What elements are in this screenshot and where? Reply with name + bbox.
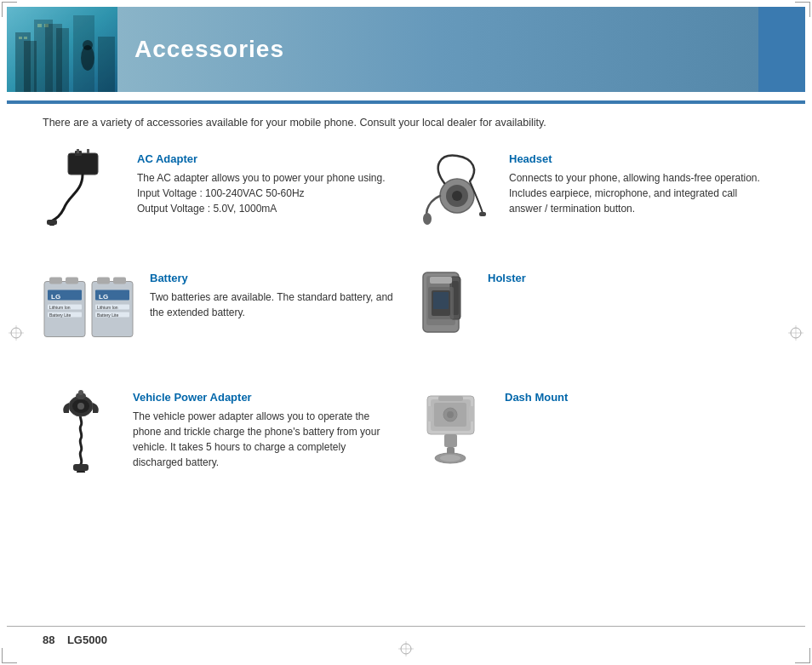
svg-rect-72 — [438, 396, 463, 401]
svg-rect-34 — [49, 278, 62, 284]
svg-rect-32 — [479, 212, 486, 216]
svg-rect-55 — [430, 277, 452, 284]
svg-rect-71 — [469, 406, 474, 421]
crop-mark-br — [795, 648, 810, 663]
svg-point-76 — [440, 455, 460, 461]
intro-paragraph: There are a variety of accessories avail… — [43, 115, 769, 131]
svg-rect-22 — [68, 153, 98, 175]
svg-rect-26 — [47, 220, 57, 225]
holster-title: Holster — [488, 272, 769, 284]
page-title: Accessories — [134, 36, 284, 63]
battery-desc: Two batteries are available. The standar… — [150, 290, 397, 320]
page-number: 88 — [43, 633, 54, 646]
ac-adapter-image — [43, 149, 123, 226]
accessory-row-3: Vehicle Power Adapter The vehicle power … — [43, 387, 769, 490]
accessory-holster: Holster — [397, 268, 769, 370]
headset-desc: Connects to your phone, allowing hands-f… — [509, 170, 769, 216]
svg-rect-70 — [427, 406, 432, 421]
header-photo — [7, 7, 117, 92]
battery-text: Battery Two batteries are available. The… — [150, 268, 397, 320]
reg-mark-right — [788, 325, 803, 341]
svg-text:Lithium Ion: Lithium Ion — [49, 305, 71, 310]
reg-mark-left — [9, 325, 24, 341]
accessory-dash-mount: Dash Mount — [397, 387, 769, 490]
svg-point-30 — [452, 191, 462, 201]
svg-rect-59 — [73, 464, 89, 471]
battery-image: LG Lithium Ion Battery Lite LG Lithium I… — [43, 268, 136, 345]
accessories-grid: AC Adapter The AC adapter allows you to … — [43, 149, 769, 614]
header-image — [7, 7, 117, 92]
svg-text:Battery Lite: Battery Lite — [49, 312, 71, 318]
model-label: LG5000 — [67, 633, 107, 646]
holster-text: Holster — [488, 268, 769, 290]
ac-adapter-title: AC Adapter — [137, 152, 397, 165]
headset-image — [415, 149, 495, 226]
svg-rect-44 — [113, 278, 126, 284]
accessory-ac-adapter: AC Adapter The AC adapter allows you to … — [43, 149, 397, 251]
svg-point-66 — [78, 390, 83, 395]
dash-mount-title: Dash Mount — [505, 391, 769, 404]
accessory-battery: LG Lithium Ion Battery Lite LG Lithium I… — [43, 268, 397, 370]
svg-point-78 — [447, 411, 454, 418]
battery-title: Battery — [150, 272, 397, 284]
headset-title: Headset — [509, 152, 769, 165]
header-accent — [758, 7, 805, 92]
dash-mount-text: Dash Mount — [505, 387, 769, 409]
vehicle-desc: The vehicle power adapter allows you to … — [133, 409, 397, 470]
vehicle-text: Vehicle Power Adapter The vehicle power … — [133, 387, 397, 470]
accessory-row-2: LG Lithium Ion Battery Lite LG Lithium I… — [43, 268, 769, 370]
svg-text:Battery Lite: Battery Lite — [97, 312, 119, 318]
svg-rect-60 — [77, 471, 85, 473]
svg-rect-43 — [97, 278, 110, 284]
svg-text:Lithium Ion: Lithium Ion — [97, 305, 118, 310]
page-header: Accessories — [7, 7, 805, 100]
crop-mark-bl — [2, 648, 17, 663]
accessory-row-1: AC Adapter The AC adapter allows you to … — [43, 149, 769, 251]
svg-text:LG: LG — [51, 293, 60, 301]
vehicle-title: Vehicle Power Adapter — [133, 391, 397, 404]
svg-rect-73 — [444, 434, 457, 447]
header-title-bar: Accessories — [117, 7, 758, 92]
svg-rect-24 — [77, 149, 79, 153]
svg-point-63 — [77, 403, 84, 410]
vehicle-image — [43, 387, 119, 473]
headset-text: Headset Connects to your phone, allowing… — [509, 149, 769, 216]
svg-rect-58 — [433, 292, 449, 309]
header-blue-line — [7, 100, 805, 104]
ac-adapter-desc: The AC adapter allows you to power your … — [137, 170, 397, 216]
accessory-headset: Headset Connects to your phone, allowing… — [397, 149, 769, 251]
svg-rect-27 — [49, 225, 54, 226]
ac-adapter-text: AC Adapter The AC adapter allows you to … — [137, 149, 397, 216]
reg-mark-bottom — [398, 641, 414, 656]
svg-point-21 — [83, 40, 93, 50]
accessory-vehicle: Vehicle Power Adapter The vehicle power … — [43, 387, 397, 490]
dash-mount-image — [415, 387, 491, 464]
svg-rect-18 — [44, 24, 49, 27]
bottom-separator — [7, 626, 805, 627]
svg-point-31 — [423, 213, 432, 225]
svg-rect-19 — [7, 7, 117, 92]
svg-text:LG: LG — [99, 293, 108, 301]
holster-image — [415, 268, 474, 345]
svg-rect-35 — [66, 278, 78, 284]
page-number-area: 88 LG5000 — [43, 633, 107, 646]
svg-rect-25 — [87, 149, 89, 153]
